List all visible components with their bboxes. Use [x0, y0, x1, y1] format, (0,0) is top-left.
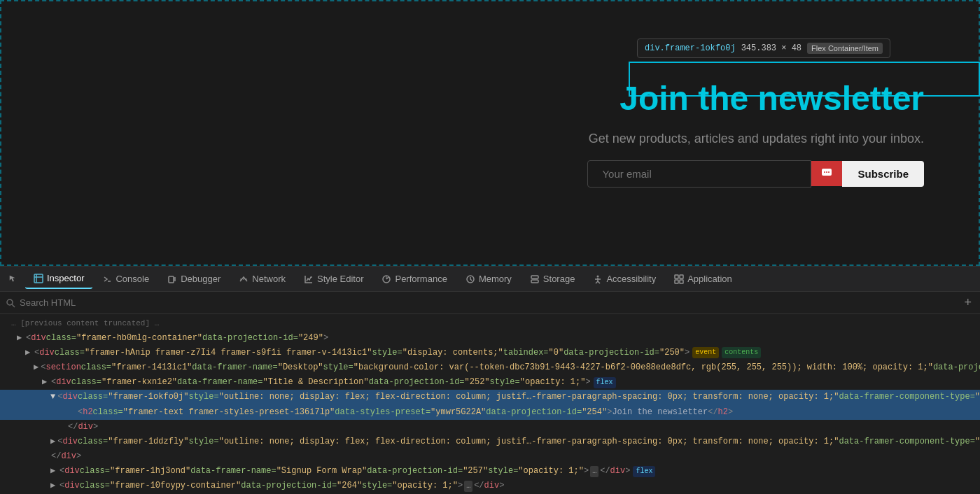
newsletter-form: Subscribe	[587, 160, 924, 188]
newsletter-title: Join the newsletter	[620, 79, 924, 118]
memory-tab-label: Memory	[479, 274, 512, 284]
svg-line-29	[12, 304, 15, 307]
tab-storage[interactable]: Storage	[522, 269, 584, 288]
html-line-5[interactable]: ▼ <div class="framer-1okfo0j" style="out…	[0, 390, 980, 404]
tab-console[interactable]: Console	[94, 269, 158, 288]
svg-point-19	[597, 275, 599, 277]
tab-application[interactable]: Application	[666, 269, 741, 288]
html-line-4[interactable]: ▶ <div class="framer-kxn1e2" data-framer…	[0, 375, 980, 390]
html-search-bar: +	[0, 292, 980, 314]
console-tab-label: Console	[115, 274, 149, 284]
html-line-7[interactable]: </div>	[0, 420, 980, 435]
accessibility-tab-label: Accessibility	[606, 274, 656, 284]
performance-tab-label: Performance	[395, 274, 447, 284]
triangle-4[interactable]: ▶	[42, 376, 49, 389]
svg-rect-17	[531, 276, 538, 278]
memory-icon	[465, 274, 475, 284]
html-line-6[interactable]: <h2 class="framer-text framer-styles-pre…	[0, 405, 980, 420]
html-line-2[interactable]: ▶ <div class="framer-hAnip framer-z7Ii4 …	[0, 346, 980, 360]
subscribe-button[interactable]: Subscribe	[842, 161, 924, 187]
svg-rect-26	[675, 280, 678, 283]
console-icon	[102, 274, 112, 284]
html-line-11[interactable]: ▶ <div class="framer-10foypy-container" …	[0, 479, 980, 493]
search-icon	[6, 298, 15, 308]
html-line-8[interactable]: ▶ <div class="framer-1ddzfly" style="out…	[0, 435, 980, 449]
inspector-tab-label: Inspector	[47, 273, 84, 283]
add-button[interactable]: +	[961, 295, 974, 310]
tooltip-badge: Flex Container/Item	[807, 43, 883, 54]
accessibility-icon	[593, 274, 603, 284]
devtools-panel: Inspector Console Debugger	[0, 266, 980, 494]
debugger-tab-label: Debugger	[181, 274, 220, 284]
html-line-3[interactable]: ▶ <section class="framer-1413ic1" data-f…	[0, 360, 980, 375]
icon-button[interactable]	[811, 161, 842, 186]
flex-badge-10[interactable]: flex	[633, 466, 655, 477]
html-line-1[interactable]: ▶ <div class="framer-hb0mlg-container" d…	[0, 331, 980, 346]
inspect-element-button[interactable]	[3, 270, 24, 288]
style-editor-icon	[304, 274, 314, 284]
tab-performance[interactable]: Performance	[373, 269, 455, 288]
browser-preview: div.framer-1okfo0j 345.383 × 48 Flex Con…	[0, 0, 980, 266]
tooltip-class: div.framer-1okfo0j	[645, 43, 736, 53]
debugger-icon	[167, 274, 177, 284]
performance-icon	[382, 274, 391, 284]
triangle-5[interactable]: ▼	[50, 390, 55, 404]
tab-debugger[interactable]: Debugger	[159, 269, 229, 288]
flex-badge-4[interactable]: flex	[594, 377, 616, 388]
svg-rect-4	[34, 274, 43, 283]
triangle-3[interactable]: ▶	[34, 361, 38, 374]
storage-icon	[530, 274, 540, 284]
tab-style-editor[interactable]: Style Editor	[295, 269, 372, 288]
network-tab-label: Network	[252, 274, 286, 284]
inspector-icon	[34, 274, 43, 283]
triangle-10[interactable]: ▶	[50, 465, 57, 478]
style-editor-tab-label: Style Editor	[317, 274, 363, 284]
application-tab-label: Application	[687, 274, 732, 284]
svg-point-2	[826, 171, 827, 173]
devtools-tabs-bar: Inspector Console Debugger	[0, 267, 980, 292]
svg-point-28	[7, 299, 13, 305]
svg-point-3	[828, 171, 830, 173]
ellipsis-badge-11: …	[464, 481, 472, 492]
html-line-10[interactable]: ▶ <div class="framer-1hj3ond" data-frame…	[0, 464, 980, 479]
svg-rect-8	[169, 276, 174, 283]
svg-rect-24	[675, 275, 678, 278]
newsletter-subtitle: Get new products, articles and updates r…	[589, 132, 924, 146]
event-badge[interactable]: event	[692, 347, 719, 358]
tab-inspector[interactable]: Inspector	[25, 269, 92, 289]
svg-rect-27	[680, 280, 683, 283]
tab-accessibility[interactable]: Accessibility	[584, 269, 664, 288]
triangle-1[interactable]: ▶	[17, 332, 24, 345]
element-tooltip: div.framer-1okfo0j 345.383 × 48 Flex Con…	[637, 38, 890, 58]
storage-tab-label: Storage	[543, 274, 575, 284]
tab-memory[interactable]: Memory	[457, 269, 520, 288]
email-input[interactable]	[587, 160, 811, 188]
chat-icon	[821, 168, 832, 179]
ellipsis-badge-10: …	[590, 466, 598, 477]
tab-network[interactable]: Network	[230, 269, 294, 288]
html-truncated-top: … [previous content truncated] …	[0, 317, 980, 331]
search-input[interactable]	[20, 297, 961, 308]
contents-badge[interactable]: contents	[722, 347, 761, 358]
inspect-icon	[8, 274, 18, 284]
html-line-9[interactable]: </div>	[0, 449, 980, 464]
svg-line-23	[598, 281, 600, 283]
network-icon	[239, 274, 248, 284]
triangle-11[interactable]: ▶	[50, 479, 57, 493]
triangle-2[interactable]: ▶	[25, 346, 32, 360]
application-icon	[674, 274, 684, 284]
tooltip-dimensions: 345.383 × 48	[741, 43, 802, 53]
svg-rect-18	[531, 280, 538, 283]
html-panel: … [previous content truncated] … ▶ <div …	[0, 314, 980, 494]
svg-rect-25	[680, 275, 683, 278]
triangle-8[interactable]: ▶	[50, 435, 55, 449]
svg-point-1	[824, 171, 825, 173]
